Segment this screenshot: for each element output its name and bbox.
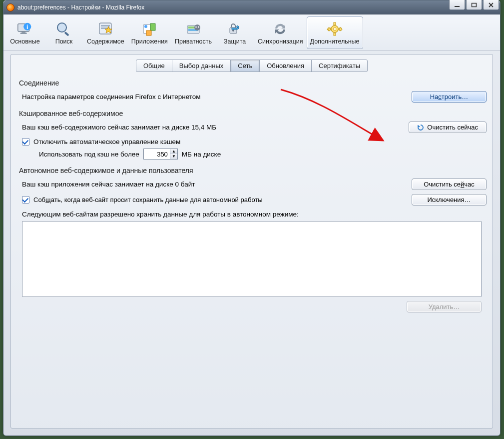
svg-point-19 [194,24,200,30]
refresh-icon [417,124,424,131]
advanced-subtabs: Общие Выбор данных Сеть Обновления Серти… [17,60,487,72]
subtab-updates[interactable]: Обновления [259,60,312,72]
monitor-info-icon [16,20,34,38]
svg-rect-9 [64,32,69,36]
cache-limit-spinbox[interactable]: ▲▼ [143,148,178,160]
category-toolbar: Основные Поиск Содержимое [3,14,500,50]
category-search[interactable]: Поиск [44,16,83,49]
offline-exceptions-button[interactable]: Исключения… [412,194,487,206]
category-security[interactable]: Защита [215,16,254,49]
subtab-general[interactable]: Общие [136,60,172,72]
close-button[interactable] [483,0,499,10]
cache-status: Ваш кэш веб-содержимого сейчас занимает … [22,124,409,131]
connection-settings-button[interactable]: Настроить… [412,91,487,102]
override-cache-checkbox[interactable] [22,138,29,146]
spin-buttons[interactable]: ▲▼ [170,149,177,159]
category-label: Приватность [175,38,212,45]
button-label: Исключения… [427,196,471,204]
override-cache-label: Отключить автоматическое управление кэше… [33,138,180,146]
firefox-icon [6,4,14,12]
svg-rect-26 [334,22,336,25]
button-label: Очистить сейчас [424,180,475,188]
clear-offline-button[interactable]: Очистить сейчас [412,178,487,190]
offline-notify-checkbox[interactable] [22,196,29,204]
connection-description: Настройка параметров соединения Firefox … [22,93,412,100]
category-label: Основные [10,38,39,45]
window-title: about:preferences - Настройки - Mozilla … [17,4,498,11]
category-label: Синхронизация [258,38,303,45]
svg-rect-27 [334,33,336,36]
svg-rect-6 [27,24,28,26]
category-label: Дополнительные [310,38,360,45]
applications-icon [140,20,158,38]
svg-rect-0 [455,6,460,7]
minimize-button[interactable] [449,0,465,10]
magnifier-icon [55,20,73,38]
svg-point-20 [195,26,197,28]
subtab-certificates[interactable]: Сертификаты [311,60,368,72]
sync-arrows-icon [271,20,289,38]
offline-notify-label: Собщать, когда веб-сайт просит сохранить… [33,196,263,204]
category-label: Поиск [55,38,73,45]
offline-list-label: Следующим веб-сайтам разрешено хранить д… [22,210,487,218]
cache-limit-suffix: МБ на диске [182,150,221,158]
button-label: Настроить… [430,93,469,100]
category-applications[interactable]: Приложения [128,16,171,49]
svg-point-15 [144,25,147,28]
cache-limit-prefix: Использовать под кэш не более [39,150,139,158]
connection-heading: Соединение [19,79,487,87]
remove-site-button: Удалить… [407,301,482,312]
svg-rect-4 [20,33,27,34]
firefox-preferences-window: about:preferences - Настройки - Mozilla … [3,0,501,436]
cache-limit-input[interactable] [144,150,170,159]
titlebar: about:preferences - Настройки - Mozilla … [3,0,500,14]
privacy-mask-icon [184,20,202,38]
offline-sites-list[interactable] [22,221,482,297]
category-general[interactable]: Основные [5,16,44,49]
subtab-network[interactable]: Сеть [230,60,260,72]
offline-heading: Автономное веб-содержимое и данные польз… [19,166,487,174]
svg-rect-7 [27,26,28,29]
window-controls [449,0,499,10]
content-star-icon [96,20,114,38]
svg-point-23 [232,30,234,32]
svg-rect-1 [472,3,477,6]
category-sync[interactable]: Синхронизация [254,16,307,49]
button-label: Удалить… [429,303,460,310]
category-privacy[interactable]: Приватность [171,16,215,49]
clear-cache-button[interactable]: Очистить сейчас [409,122,487,133]
lock-key-icon [226,20,244,38]
svg-point-8 [57,23,66,32]
category-content[interactable]: Содержимое [83,16,128,49]
svg-point-25 [333,28,336,30]
category-label: Содержимое [87,38,124,45]
cache-heading: Кэшированное веб-содержимое [19,110,487,118]
category-advanced[interactable]: Дополнительные [307,16,363,49]
category-label: Защита [224,38,246,45]
svg-rect-3 [21,32,25,33]
gear-icon [326,20,344,38]
button-label: Очистить сейчас [427,124,478,131]
content-panel: Общие Выбор данных Сеть Обновления Серти… [10,54,493,428]
subtab-data-choices[interactable]: Выбор данных [172,60,231,72]
category-label: Приложения [131,38,168,45]
maximize-button[interactable] [466,0,482,10]
svg-point-21 [198,26,199,28]
offline-status: Ваш кэш приложения сейчас занимает на ди… [22,180,412,188]
